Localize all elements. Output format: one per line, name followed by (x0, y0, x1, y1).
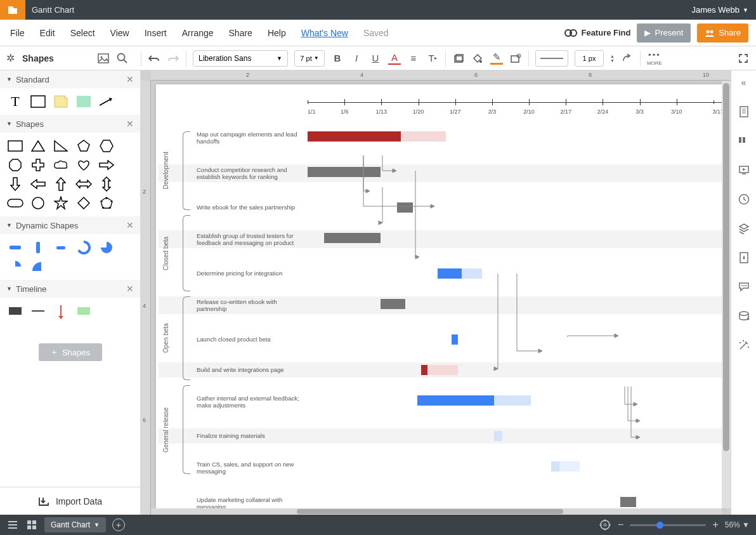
gantt-bar[interactable] (494, 431, 502, 441)
tl-3[interactable] (52, 304, 70, 318)
gantt-chart[interactable]: 1/61/131/201/272/32/102/172/243/33/101/1… (159, 97, 722, 477)
scrollbar-horizontal[interactable] (151, 508, 722, 515)
shape-polygon[interactable] (98, 196, 115, 210)
gantt-bar[interactable] (421, 365, 427, 375)
gantt-bar[interactable] (308, 131, 401, 142)
arrow-button[interactable] (621, 52, 634, 65)
collapse-panel-icon[interactable]: « (737, 76, 751, 89)
task-label[interactable]: Determine pricing for integration (197, 270, 304, 277)
fill-button[interactable] (452, 52, 465, 65)
data-icon[interactable] (737, 309, 751, 323)
shape-star[interactable] (52, 196, 70, 210)
dyn-1[interactable] (6, 241, 24, 254)
close-icon[interactable]: ✕ (126, 220, 134, 230)
comment-icon[interactable] (737, 134, 751, 148)
shape-arrow-ud[interactable] (98, 177, 115, 191)
gantt-bar[interactable] (438, 268, 462, 279)
shape-cross[interactable] (29, 158, 47, 172)
shape-arrow-l[interactable] (29, 177, 47, 191)
shape-arrow-u[interactable] (52, 177, 70, 191)
dyn-2[interactable] (29, 241, 47, 254)
history-icon[interactable] (737, 192, 751, 206)
zoom-out-button[interactable]: − (618, 519, 623, 531)
document-title[interactable]: Gantt Chart (32, 5, 74, 15)
task-label[interactable]: Map out campagin elements and lead hando… (197, 131, 304, 145)
underline-button[interactable]: U (369, 52, 382, 65)
tl-4[interactable] (75, 304, 93, 318)
task-label[interactable]: Launch closed product beta (197, 336, 304, 343)
task-label[interactable]: Train CS, sales, and support on new mess… (197, 461, 304, 475)
menu-help[interactable]: Help (260, 28, 294, 38)
dyn-3[interactable] (52, 241, 70, 254)
bold-button[interactable]: B (331, 52, 344, 65)
close-icon[interactable]: ✕ (126, 74, 134, 84)
feature-find[interactable]: Feature Find (564, 28, 630, 37)
shape-arrow-d[interactable] (6, 177, 24, 191)
task-label[interactable]: Conduct competitior research and establi… (197, 166, 304, 181)
rect-shape[interactable] (29, 95, 47, 109)
gantt-bar[interactable] (381, 299, 405, 309)
gantt-bar[interactable] (427, 365, 458, 375)
menu-insert[interactable]: Insert (137, 28, 174, 38)
shape-arrow-r[interactable] (98, 158, 115, 172)
dyn-5[interactable] (98, 241, 115, 254)
gantt-bar[interactable] (308, 167, 381, 177)
canvas-area[interactable]: 2 4 6 8 10 2 4 6 1/61/131/201/272/32/102… (141, 70, 731, 515)
line-width-select[interactable]: 1 px (575, 50, 604, 67)
share-button[interactable]: Share (697, 23, 748, 43)
shape-hexagon[interactable] (98, 139, 115, 153)
shape-triangle[interactable] (29, 139, 47, 153)
add-page-button[interactable]: + (112, 518, 125, 531)
arrow-shape[interactable] (98, 95, 115, 109)
italic-button[interactable]: I (350, 52, 363, 65)
canvas-page[interactable]: 1/61/131/201/272/32/102/172/243/33/101/1… (156, 84, 724, 508)
import-data-button[interactable]: Import Data (0, 487, 140, 515)
tl-2[interactable] (29, 304, 47, 318)
task-label[interactable]: Write ebook for the sales partnership (197, 204, 304, 211)
menu-view[interactable]: View (103, 28, 137, 38)
dyn-6[interactable] (6, 260, 24, 274)
gantt-bar[interactable] (452, 334, 458, 345)
shape-rect[interactable] (6, 139, 24, 153)
shape-diamond[interactable] (75, 196, 93, 210)
font-select[interactable]: Liberation Sans▼ (193, 50, 288, 67)
line-style-select[interactable] (535, 50, 568, 67)
search-icon[interactable] (117, 53, 128, 64)
tl-1[interactable] (6, 304, 24, 318)
close-icon[interactable]: ✕ (126, 284, 134, 294)
app-logo[interactable] (0, 0, 25, 20)
text-shape[interactable]: T (6, 95, 24, 109)
slides-icon[interactable] (737, 163, 751, 177)
shape-arrow-lr[interactable] (75, 177, 93, 191)
task-label[interactable]: Finalize training materials (197, 432, 304, 439)
fullscreen-button[interactable] (737, 52, 750, 65)
shape-circle[interactable] (29, 196, 47, 210)
menu-share[interactable]: Share (221, 28, 260, 38)
line-color-button[interactable]: ✎ (490, 52, 503, 65)
scrollbar-vertical[interactable] (722, 81, 731, 508)
gantt-bar[interactable] (324, 233, 381, 243)
menu-select[interactable]: Select (63, 28, 103, 38)
gantt-bar[interactable] (397, 202, 414, 213)
task-label[interactable]: Establish group of trusted testers for f… (197, 232, 304, 247)
shape-pentagon[interactable] (75, 139, 93, 153)
dyn-4[interactable] (75, 241, 93, 254)
zoom-level[interactable]: 56% ▼ (725, 520, 750, 529)
font-size-select[interactable]: 7 pt ▼ (294, 50, 325, 67)
section-dynamic[interactable]: ▼Dynamic Shapes✕ (0, 216, 140, 234)
page-tab[interactable]: Gantt Chart▼ (44, 517, 106, 532)
shape-pill[interactable] (6, 196, 24, 210)
user-menu[interactable]: James Webb▼ (691, 5, 748, 15)
block-shape[interactable] (75, 95, 93, 109)
theme-icon[interactable] (737, 251, 751, 265)
magic-icon[interactable] (737, 338, 751, 352)
gantt-bar[interactable] (559, 461, 580, 472)
target-icon[interactable] (599, 518, 611, 531)
menu-edit[interactable]: Edit (32, 28, 63, 38)
more-button[interactable]: •••MORE (647, 50, 662, 66)
task-label[interactable]: Gather internal and external feedback; m… (197, 395, 304, 409)
image-icon[interactable] (98, 53, 109, 64)
note-shape[interactable] (52, 95, 70, 109)
gantt-bar[interactable] (462, 268, 482, 279)
gantt-bar[interactable] (551, 461, 559, 472)
